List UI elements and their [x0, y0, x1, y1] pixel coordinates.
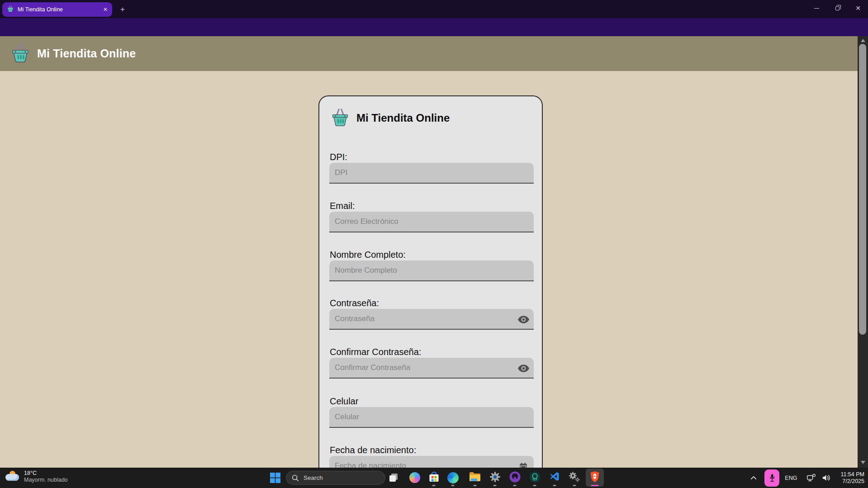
file-explorer-button[interactable] — [466, 469, 484, 487]
tray-chevron-up-icon[interactable] — [750, 476, 757, 480]
settings-button[interactable] — [486, 469, 504, 487]
windows-taskbar: 18°C Mayorm. nublado Search — [0, 468, 868, 488]
password-label: Contraseña: — [330, 298, 534, 309]
calendar-icon[interactable] — [517, 462, 529, 468]
tab-close-icon[interactable]: ✕ — [103, 6, 108, 13]
language-indicator[interactable]: ENG — [785, 475, 797, 481]
network-icon[interactable] — [806, 474, 816, 482]
window-restore-button[interactable] — [830, 0, 845, 16]
card-basket-icon — [330, 107, 350, 129]
scroll-down-arrow[interactable] — [861, 461, 865, 464]
confirm-password-input[interactable] — [329, 358, 534, 379]
weather-widget[interactable]: 18°C Mayorm. nublado — [5, 470, 68, 483]
phone-label: Celular — [330, 396, 534, 407]
field-group-confirm-password: Confirmar Contraseña: — [329, 347, 534, 379]
window-close-button[interactable]: ✕ — [850, 0, 866, 16]
browser-tab[interactable]: Mi Tiendita Online ✕ — [2, 2, 112, 17]
microphone-icon — [768, 473, 776, 483]
tray-date: 7/2/2025 — [840, 478, 864, 485]
system-tray: ENG 11:54 PM 7/2/2025 — [747, 468, 868, 488]
tab-title: Mi Tiendita Online — [18, 6, 100, 13]
browser-tab-bar: Mi Tiendita Online ✕ + ✕ — [0, 0, 868, 18]
window-minimize-button[interactable] — [809, 0, 824, 16]
field-group-password: Contraseña: — [329, 298, 534, 330]
phone-input[interactable] — [329, 407, 534, 428]
signup-card: Mi Tiendita Online DPI: Email: Nombre Co… — [318, 95, 543, 468]
email-label: Email: — [330, 201, 534, 212]
cloud-moon-icon — [5, 471, 20, 483]
site-header: Mi Tiendita Online — [0, 36, 868, 71]
site-header-title: Mi Tiendita Online — [37, 47, 136, 60]
browser-nav-bar: i localhost:5173/#/SingUp — [0, 18, 868, 36]
card-logo-row: Mi Tiendita Online — [330, 107, 450, 129]
card-title: Mi Tiendita Online — [356, 112, 450, 124]
start-button[interactable] — [266, 469, 284, 487]
page-content: Mi Tiendita Online DPI: Email: Nombre Co… — [0, 71, 868, 468]
basket-favicon — [7, 5, 14, 14]
vscode-icon — [549, 471, 560, 484]
weather-condition: Mayorm. nublado — [24, 477, 68, 483]
edge-button[interactable] — [444, 469, 462, 487]
field-group-full-name: Nombre Completo: — [329, 250, 534, 281]
copilot-icon — [409, 472, 420, 483]
file-explorer-icon — [469, 472, 481, 483]
weather-temperature: 18°C — [24, 470, 68, 477]
github-icon — [509, 471, 521, 484]
scrollbar-thumb[interactable] — [859, 44, 866, 335]
password-eye-icon[interactable] — [517, 315, 529, 324]
gitkraken-icon — [529, 471, 541, 484]
windows-logo-icon — [270, 473, 280, 483]
confirm-password-label: Confirmar Contraseña: — [330, 347, 534, 358]
birthdate-input[interactable] — [329, 456, 534, 468]
password-input[interactable] — [329, 309, 534, 330]
scroll-up-arrow[interactable] — [861, 39, 865, 42]
email-input[interactable] — [329, 212, 534, 232]
confirm-password-eye-icon[interactable] — [517, 364, 529, 373]
page-scrollbar[interactable] — [858, 36, 868, 468]
field-group-phone: Celular — [329, 396, 534, 428]
microphone-in-use-badge[interactable] — [764, 469, 779, 487]
taskbar-search-box[interactable]: Search — [286, 471, 385, 485]
settings-gear-icon — [489, 471, 501, 484]
copilot-button[interactable] — [406, 469, 424, 487]
birthdate-label: Fecha de nacimiento: — [330, 445, 534, 456]
brave-icon — [589, 471, 600, 485]
volume-icon[interactable] — [822, 474, 831, 482]
vscode-button[interactable] — [545, 469, 564, 487]
new-tab-button[interactable]: + — [117, 4, 128, 15]
site-logo-basket-icon — [10, 43, 31, 65]
full-name-label: Nombre Completo: — [330, 250, 534, 261]
gears-icon — [569, 471, 580, 484]
dpi-label: DPI: — [330, 152, 534, 163]
microsoft-store-button[interactable] — [425, 469, 443, 487]
tray-time: 11:54 PM — [840, 471, 864, 478]
field-group-email: Email: — [329, 201, 534, 232]
gitkraken-button[interactable] — [526, 469, 544, 487]
field-group-birthdate: Fecha de nacimiento: — [329, 445, 534, 468]
github-desktop-button[interactable] — [506, 469, 524, 487]
task-view-button[interactable] — [384, 469, 403, 487]
screen: Mi Tiendita Online ✕ + ✕ i localhost:517… — [0, 0, 868, 488]
microsoft-store-icon — [428, 471, 440, 484]
search-placeholder-text: Search — [304, 474, 323, 481]
full-name-input[interactable] — [329, 261, 534, 281]
edge-icon — [447, 472, 459, 483]
search-icon — [292, 474, 299, 482]
task-view-icon — [388, 472, 399, 483]
field-group-dpi: DPI: — [329, 152, 534, 184]
dev-tools-button[interactable] — [565, 469, 583, 487]
clock-widget[interactable]: 11:54 PM 7/2/2025 — [840, 471, 864, 485]
dpi-input[interactable] — [329, 163, 534, 184]
brave-button[interactable] — [586, 469, 604, 487]
